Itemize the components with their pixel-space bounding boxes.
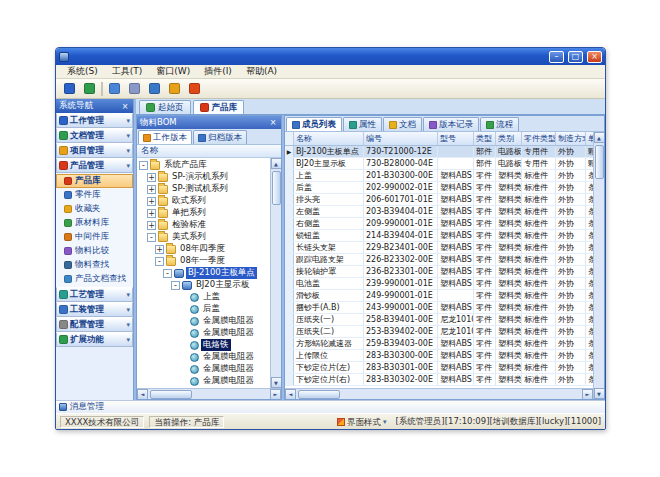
sidebar-item[interactable]: 物料查找: [56, 258, 133, 272]
tree-column-header[interactable]: 名称: [137, 145, 281, 158]
help-button[interactable]: [166, 81, 183, 97]
左侧盖[interactable]: 左侧盖 203-B39404-01E 塑料ABS 零件 塑料类 标准件 外协 条: [285, 206, 593, 218]
bom-close-icon[interactable]: ×: [268, 118, 278, 127]
tree-expander[interactable]: -: [139, 161, 148, 170]
menu-item[interactable]: 插件(I): [197, 65, 239, 78]
message-panel-bar[interactable]: 消息管理: [56, 400, 605, 413]
tree-vertical-scrollbar[interactable]: ▲ ▼: [270, 158, 281, 388]
panel-tab[interactable]: 文档: [383, 117, 422, 131]
panel-tab[interactable]: 成员列表: [286, 117, 342, 131]
BJ20主显示板[interactable]: BJ20主显示板 730-B28000-04E 部件 电路板 专用件 外协 颗: [285, 158, 593, 170]
menu-item[interactable]: 系统(S): [60, 65, 105, 78]
nav-group[interactable]: 产品管理 ▾: [56, 158, 133, 173]
后盖[interactable]: 后盖 202-990002-01E 塑料ABS 零件 塑料类 标准件 外协 条: [285, 182, 593, 194]
scroll-left-icon[interactable]: ◄: [285, 389, 296, 400]
tree-node[interactable]: 金属膜电阻器: [137, 351, 270, 363]
window-button[interactable]: [146, 81, 163, 97]
nav-group[interactable]: 工作管理 ▾: [56, 113, 133, 128]
上盖[interactable]: 上盖 201-B30300-00E 塑料ABS 零件 塑料类 标准件 外协 条: [285, 170, 593, 182]
sidebar-item[interactable]: 中间件库: [56, 230, 133, 244]
tree-node[interactable]: - 08年一季度: [137, 255, 270, 267]
version-tab[interactable]: 工作版本: [138, 130, 192, 144]
system-button[interactable]: [61, 81, 78, 97]
column-manufacture[interactable]: 制造方式: [556, 132, 586, 145]
scroll-up-icon[interactable]: ▲: [271, 158, 282, 169]
压纸夹(二)[interactable]: 压纸夹(二) 253-B39402-00E 尼龙1010 零件 塑料类 标准件 …: [285, 326, 593, 338]
scroll-down-icon[interactable]: ▼: [594, 388, 605, 399]
tree-node[interactable]: + SP-测试机系列: [137, 183, 270, 195]
panel-tab[interactable]: 流程: [480, 117, 519, 131]
sidebar-header[interactable]: 系统导航 ×: [56, 99, 133, 113]
方形蜗轮减速器[interactable]: 方形蜗轮减速器 259-B39403-00E 塑料ABS 零件 塑料类 标准件 …: [285, 338, 593, 350]
scroll-right-icon[interactable]: ►: [582, 389, 593, 400]
scroll-thumb[interactable]: [298, 390, 340, 399]
table-vertical-scrollbar[interactable]: ▲ ▼: [593, 132, 604, 399]
search-button[interactable]: [106, 81, 123, 97]
tree-expander[interactable]: +: [147, 197, 156, 206]
接轮轴护罩[interactable]: 接轮轴护罩 236-B23301-00E 塑料ABS 零件 塑料类 标准件 外协…: [285, 266, 593, 278]
navigation-button[interactable]: [81, 81, 98, 97]
电池盖[interactable]: 电池盖 239-990001-01E 塑料ABS 零件 塑料类 标准件 外协 条: [285, 278, 593, 290]
document-tab[interactable]: 产品库: [193, 100, 245, 114]
tree-node[interactable]: 电烙铁: [137, 339, 270, 351]
sidebar-item[interactable]: 原材料库: [56, 216, 133, 230]
nav-group[interactable]: 工装管理 ▾: [56, 302, 133, 317]
长链头支架[interactable]: 长链头支架 229-B23401-00E 塑料ABS 零件 塑料类 标准件 外协…: [285, 242, 593, 254]
nav-group[interactable]: 配置管理 ▾: [56, 317, 133, 332]
version-tab[interactable]: 归档版本: [193, 130, 247, 144]
scroll-thumb[interactable]: [272, 171, 281, 205]
tree-node[interactable]: 金属膜电阻器: [137, 363, 270, 375]
tree-expander[interactable]: +: [147, 221, 156, 230]
menu-item[interactable]: 工具(T): [105, 65, 150, 78]
toolbar-separator[interactable]: [101, 82, 103, 96]
下钞定位片(左)[interactable]: 下钞定位片(左) 283-B30301-00E 塑料ABS 零件 塑料类 标准件…: [285, 362, 593, 374]
scroll-down-icon[interactable]: ▼: [271, 377, 282, 388]
column-code[interactable]: 编号: [364, 132, 438, 145]
tree-node[interactable]: + 单把系列: [137, 207, 270, 219]
tree-node[interactable]: + SP-演示机系列: [137, 171, 270, 183]
minimize-button[interactable]: –: [549, 51, 564, 63]
tree-expander[interactable]: -: [171, 281, 180, 290]
捆钞手(A.B)[interactable]: 捆钞手(A.B) 243-990001-00E 塑料ABS 零件 塑料类 标准件…: [285, 302, 593, 314]
tree-expander[interactable]: -: [163, 269, 172, 278]
排头亮[interactable]: 排头亮 206-601701-01E 塑料ABS 零件 塑料类 标准件 外协 条: [285, 194, 593, 206]
maximize-button[interactable]: □: [568, 51, 583, 63]
scroll-right-icon[interactable]: ►: [270, 389, 281, 400]
nav-group[interactable]: 扩展功能 ▾: [56, 332, 133, 347]
column-category[interactable]: 类别: [496, 132, 522, 145]
tree-node[interactable]: + 检验标准: [137, 219, 270, 231]
menu-item[interactable]: 帮助(A): [239, 65, 284, 78]
tree-expander[interactable]: +: [147, 209, 156, 218]
column-name[interactable]: 名称: [294, 132, 364, 145]
tree-node[interactable]: 金属膜电阻器: [137, 375, 270, 387]
tree-node[interactable]: - BJ-2100主板单点: [137, 267, 270, 279]
sidebar-item[interactable]: 产品文档查找: [56, 272, 133, 286]
tree-expander[interactable]: -: [155, 257, 164, 266]
sidebar-close-icon[interactable]: ×: [120, 102, 130, 111]
menu-item[interactable]: 窗口(W): [149, 65, 197, 78]
tree-node[interactable]: + 欧式系列: [137, 195, 270, 207]
tree-node[interactable]: 金属膜电阻器: [137, 315, 270, 327]
tree-expander[interactable]: +: [147, 173, 156, 182]
tree-node[interactable]: 金属膜电阻器: [137, 327, 270, 339]
ui-style-selector[interactable]: 界面样式 ▾: [333, 416, 391, 428]
压纸夹(一)[interactable]: 压纸夹(一) 258-B39401-00E 尼龙1010 零件 塑料类 标准件 …: [285, 314, 593, 326]
column-type[interactable]: 类型: [474, 132, 496, 145]
跟踪电路支架[interactable]: 跟踪电路支架 226-B23302-00E 塑料ABS 零件 塑料类 标准件 外…: [285, 254, 593, 266]
tree-node[interactable]: + 08年四季度: [137, 243, 270, 255]
tree-node[interactable]: 后盖: [137, 303, 270, 315]
scroll-thumb[interactable]: [595, 145, 604, 179]
scroll-thumb[interactable]: [150, 390, 192, 399]
下钞定位片(右)[interactable]: 下钞定位片(右) 283-B30302-00E 塑料ABS 零件 塑料类 标准件…: [285, 374, 593, 386]
tree-horizontal-scrollbar[interactable]: ◄ ►: [137, 388, 281, 399]
tree-expander[interactable]: -: [147, 233, 156, 242]
上传限位[interactable]: 上传限位 283-B30300-00E 塑料ABS 零件 塑料类 标准件 外协 …: [285, 350, 593, 362]
table-horizontal-scrollbar[interactable]: ◄ ►: [285, 388, 593, 399]
titlebar[interactable]: – □ ×: [56, 48, 605, 65]
右侧盖[interactable]: 右侧盖 209-990001-01E 塑料ABS 零件 塑料类 标准件 外协 条: [285, 218, 593, 230]
close-button[interactable]: ×: [587, 51, 602, 63]
panel-tab[interactable]: 属性: [343, 117, 382, 131]
锁钮盖[interactable]: 锁钮盖 214-B39404-01E 塑料ABS 零件 塑料类 标准件 外协 条: [285, 230, 593, 242]
tree-node[interactable]: - 美式系列: [137, 231, 270, 243]
nav-group[interactable]: 文档管理 ▾: [56, 128, 133, 143]
